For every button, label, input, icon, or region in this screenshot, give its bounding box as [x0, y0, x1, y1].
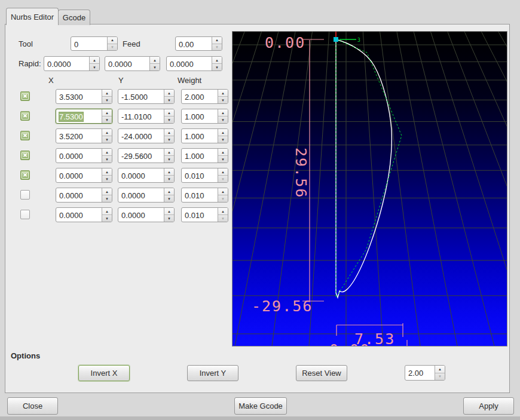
row-6-y-spin-decrement-button[interactable]: ▼ [164, 195, 174, 202]
tool-spin-decrement-button[interactable]: ▼ [108, 44, 117, 51]
rapid-spin-3-entry[interactable]: 0.0000 [167, 57, 212, 70]
scale-spin-entry[interactable]: 2.00 [405, 366, 435, 380]
rapid-spin-2-entry[interactable]: 0.0000 [105, 57, 149, 70]
row-3-x-spin-entry[interactable]: 3.5200 [56, 129, 102, 143]
row-2-weight-spin-decrement-button[interactable]: ▼ [218, 117, 228, 123]
row-2-x-spin-entry[interactable]: 7.5300 [56, 109, 102, 123]
row-3-y-spin[interactable]: -24.0000▲▼ [118, 128, 175, 143]
row-2-weight-spin-entry[interactable]: 1.000 [182, 109, 218, 123]
row-2-y-spin-decrement-button[interactable]: ▼ [164, 117, 174, 123]
row-5-x-spin-decrement-button[interactable]: ▼ [102, 176, 112, 182]
tab-nurbs-editor[interactable]: Nurbs Editor [6, 8, 59, 25]
tool-spin[interactable]: 0▲▼ [71, 36, 118, 51]
row-6-y-spin-increment-button[interactable]: ▲ [164, 188, 174, 195]
row-6-x-spin[interactable]: 0.0000▲▼ [56, 188, 112, 203]
rapid-spin-1[interactable]: 0.0000▲▼ [44, 56, 100, 71]
row-2-enable-checkbox[interactable]: ✕ [20, 111, 30, 121]
row-2-x-spin-increment-button[interactable]: ▲ [102, 109, 112, 117]
rapid-spin-3[interactable]: 0.0000▲▼ [166, 56, 222, 71]
row-4-weight-spin-entry[interactable]: 1.000 [182, 149, 218, 163]
row-5-y-spin-increment-button[interactable]: ▲ [164, 168, 174, 176]
row-5-weight-spin-entry[interactable]: 0.010 [182, 168, 218, 182]
tool-spin-entry[interactable]: 0 [71, 37, 107, 50]
row-6-weight-spin-decrement-button[interactable]: ▼ [218, 195, 228, 202]
row-5-weight-spin[interactable]: 0.010▲▼ [181, 168, 228, 183]
apply-button[interactable]: Apply [463, 397, 514, 415]
row-1-y-spin-increment-button[interactable]: ▲ [164, 90, 174, 97]
row-4-y-spin-decrement-button[interactable]: ▼ [164, 156, 174, 163]
row-1-x-spin-entry[interactable]: 3.5300 [56, 90, 102, 103]
row-3-y-spin-decrement-button[interactable]: ▼ [164, 136, 174, 143]
row-1-weight-spin[interactable]: 2.000▲▼ [181, 89, 228, 104]
nurbs-preview-canvas[interactable]: 3 0.00 29.56 -29.56 7.53 0.00 [232, 31, 507, 347]
invert-y-button[interactable]: Invert Y [187, 365, 238, 381]
tab-gcode[interactable]: Gcode [58, 10, 90, 25]
row-7-weight-spin[interactable]: 0.010▲▼ [181, 207, 228, 222]
feed-spin-increment-button[interactable]: ▲ [212, 37, 222, 44]
row-4-x-spin[interactable]: 0.0000▲▼ [56, 148, 112, 163]
row-3-weight-spin[interactable]: 1.000▲▼ [181, 128, 228, 143]
row-4-weight-spin[interactable]: 1.000▲▼ [181, 148, 228, 163]
row-1-y-spin-entry[interactable]: -1.5000 [118, 90, 164, 103]
row-4-x-spin-entry[interactable]: 0.0000 [56, 149, 102, 163]
feed-spin-entry[interactable]: 0.00 [176, 37, 212, 50]
scale-spin[interactable]: 2.00▲▼ [405, 365, 445, 381]
close-button[interactable]: Close [7, 397, 58, 415]
rapid-spin-2[interactable]: 0.0000▲▼ [105, 56, 160, 71]
row-1-y-spin[interactable]: -1.5000▲▼ [118, 89, 175, 104]
row-7-weight-spin-decrement-button[interactable]: ▼ [218, 215, 228, 222]
row-7-x-spin[interactable]: 0.0000▲▼ [56, 207, 112, 222]
row-5-enable-checkbox[interactable]: ✕ [20, 170, 30, 180]
row-4-y-spin-increment-button[interactable]: ▲ [164, 149, 174, 156]
rapid-spin-1-entry[interactable]: 0.0000 [44, 57, 89, 70]
row-7-y-spin-increment-button[interactable]: ▲ [164, 208, 174, 215]
start-point-marker[interactable] [334, 37, 338, 42]
row-2-weight-spin-increment-button[interactable]: ▲ [218, 109, 228, 117]
row-1-x-spin[interactable]: 3.5300▲▼ [56, 89, 112, 104]
row-6-x-spin-decrement-button[interactable]: ▼ [102, 195, 112, 202]
row-4-x-spin-decrement-button[interactable]: ▼ [102, 156, 112, 163]
rapid-spin-3-decrement-button[interactable]: ▼ [212, 64, 222, 70]
row-1-enable-checkbox[interactable]: ✕ [20, 91, 30, 101]
row-6-weight-spin-increment-button[interactable]: ▲ [218, 188, 228, 195]
row-7-x-spin-decrement-button[interactable]: ▼ [102, 215, 112, 222]
row-5-y-spin[interactable]: 0.0000▲▼ [118, 168, 175, 183]
row-3-x-spin[interactable]: 3.5200▲▼ [56, 128, 112, 143]
row-1-weight-spin-increment-button[interactable]: ▲ [218, 90, 228, 97]
row-6-x-spin-increment-button[interactable]: ▲ [102, 188, 112, 195]
row-1-weight-spin-decrement-button[interactable]: ▼ [218, 97, 228, 103]
row-7-weight-spin-entry[interactable]: 0.010 [182, 208, 218, 222]
row-6-weight-spin-entry[interactable]: 0.010 [182, 188, 218, 202]
row-2-x-spin-decrement-button[interactable]: ▼ [102, 117, 112, 123]
row-4-weight-spin-decrement-button[interactable]: ▼ [218, 156, 228, 163]
row-3-enable-checkbox[interactable]: ✕ [20, 131, 30, 140]
row-6-y-spin-entry[interactable]: 0.0000 [118, 188, 164, 202]
row-1-y-spin-decrement-button[interactable]: ▼ [164, 97, 174, 103]
row-2-y-spin-increment-button[interactable]: ▲ [164, 109, 174, 117]
row-5-weight-spin-increment-button[interactable]: ▲ [218, 168, 228, 176]
row-4-enable-checkbox[interactable]: ✕ [20, 151, 30, 160]
row-3-x-spin-increment-button[interactable]: ▲ [102, 129, 112, 136]
row-3-weight-spin-increment-button[interactable]: ▲ [218, 129, 228, 136]
row-5-weight-spin-decrement-button[interactable]: ▼ [218, 176, 228, 182]
invert-x-button[interactable]: Invert X [78, 365, 130, 381]
row-6-x-spin-entry[interactable]: 0.0000 [56, 188, 102, 202]
row-2-x-spin[interactable]: 7.5300▲▼ [56, 109, 112, 124]
row-7-x-spin-increment-button[interactable]: ▲ [102, 208, 112, 215]
row-2-y-spin[interactable]: -11.0100▲▼ [118, 109, 175, 124]
row-6-y-spin[interactable]: 0.0000▲▼ [118, 188, 175, 203]
row-4-weight-spin-increment-button[interactable]: ▲ [218, 149, 228, 156]
rapid-spin-2-increment-button[interactable]: ▲ [150, 57, 160, 64]
row-5-x-spin-increment-button[interactable]: ▲ [102, 168, 112, 176]
rapid-spin-2-decrement-button[interactable]: ▼ [150, 64, 160, 70]
rapid-spin-1-increment-button[interactable]: ▲ [90, 57, 99, 64]
row-3-y-spin-entry[interactable]: -24.0000 [118, 129, 164, 143]
row-7-y-spin[interactable]: 0.0000▲▼ [118, 207, 175, 222]
row-3-weight-spin-decrement-button[interactable]: ▼ [218, 136, 228, 143]
row-7-weight-spin-increment-button[interactable]: ▲ [218, 208, 228, 215]
row-6-weight-spin[interactable]: 0.010▲▼ [181, 188, 228, 203]
row-2-weight-spin[interactable]: 1.000▲▼ [181, 109, 228, 124]
row-5-x-spin-entry[interactable]: 0.0000 [56, 168, 102, 182]
make-gcode-button[interactable]: Make Gcode [234, 397, 287, 415]
row-4-y-spin-entry[interactable]: -29.5600 [118, 149, 164, 163]
